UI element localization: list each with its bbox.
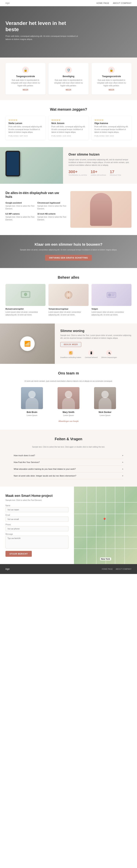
slimme-icons: 📶 Draadloze verbinding maken 📱 Centraal … (60, 350, 132, 358)
navbar: logo HOME PAGE ABOUT COMPANY (0, 0, 137, 6)
contact-submit-button[interactable]: STUUR BERICHT (5, 551, 32, 557)
feature-title-1: Toegangscontrole (9, 75, 42, 78)
beheer-img-3 (92, 284, 132, 306)
beheer-item-2: Temperatuurregelaar Lorem ipsum dolor si… (48, 284, 88, 316)
nav-home[interactable]: HOME PAGE (96, 2, 109, 4)
testimonials-title: Wat mensen zeggen? (5, 107, 132, 112)
slimme-icon-circle-2: 📱 (88, 350, 94, 356)
stat-1: 300+ TEVREDEN KLANTEN (68, 169, 87, 176)
alles-item-text-2: Sample text. Click to select the Text El… (38, 205, 67, 210)
feature-text-2: Duis aute dolor in reprehenderit in volu… (52, 79, 85, 87)
testimonials-section: Wat mensen zeggen? ★★★★★ Stella Larson P… (0, 100, 137, 147)
faq-item-4[interactable]: Nam sit amet odio dolor. Integer iaculis… (14, 472, 123, 479)
contact-text: Sample text. Click to select the Text El… (5, 499, 68, 502)
faq-arrow-2: + (122, 461, 123, 463)
stat-label-1: TEVREDEN KLANTEN (68, 174, 87, 176)
alles-item-text-4: Sample text. Click to select the Text El… (38, 216, 67, 221)
svg-point-2 (24, 293, 27, 296)
feature-more-3[interactable]: MEER (95, 89, 128, 91)
tdate-3: PUBLISHED: DEC 2023 (94, 135, 129, 137)
feature-title-2: Beveiliging (52, 75, 85, 78)
faq-question-4[interactable]: Nam sit amet odio dolor. Integer iaculis… (14, 472, 123, 479)
stat-label-3: PRODUCTEN (110, 174, 121, 176)
footer-links: HOME PAGE ABOUT COMPANY (102, 568, 132, 570)
faq-title: Feiten & Vragen (5, 437, 132, 441)
beheer-item-text-1: Lorem ipsum dolor sit amet, consectetur … (5, 311, 45, 316)
svg-rect-9 (112, 294, 115, 294)
feature-icon-3: 🔒 (108, 67, 115, 73)
stat-2: 10+ JAREN ERVARING (91, 169, 106, 176)
team-photo-3 (94, 387, 116, 409)
testimonial-3: ★★★★★ Olga Ivanova Proin velit dolor, co… (92, 116, 132, 140)
alles-item-2: Chromecast ingebouwd Sample text. Click … (38, 202, 67, 210)
beheer-item-text-2: Lorem ipsum dolor sit amet, consectetur … (48, 311, 88, 316)
nav-logo: logo (5, 2, 10, 4)
faq-item-3[interactable]: What education and/or training do you ha… (14, 466, 123, 472)
stars-1: ★★★★★ (8, 119, 43, 121)
feature-text-1: Duis aute dolor in reprehenderit in volu… (9, 79, 42, 87)
nav-about[interactable]: ABOUT COMPANY (113, 2, 132, 4)
hero-subtitle: Proin velit dolor, consequat adipiscing … (5, 35, 79, 41)
slimme-button[interactable]: BEKIJK MEER (60, 342, 81, 347)
feature-card-2: 🛡️ Beveiliging Duis aute dolor in repreh… (48, 63, 88, 95)
alles-item-title-3: 6,5 MP-camera (5, 213, 35, 215)
footer-about[interactable]: ABOUT COMPANY (116, 568, 132, 570)
faq-q-text-4: Nam sit amet odio dolor. Integer iaculis… (14, 475, 76, 477)
form-email-input[interactable] (5, 517, 68, 522)
faq-question-3[interactable]: What education and/or training do you ha… (14, 466, 123, 472)
form-message-label: Message (5, 533, 68, 535)
team-role-1: Lorem Ipsum (27, 414, 37, 416)
klaar-button[interactable]: ONTVANG EEN GRATIS SCHATTING (45, 255, 92, 261)
feature-more-1[interactable]: MEER (9, 89, 42, 91)
form-name-label: Name (5, 504, 68, 506)
team-grid: Bob Bruin Lorem Ipsum Mary Smith Lorem I… (5, 387, 132, 416)
testimonials-list: ★★★★★ Stella Larson Proin velit dolor, c… (5, 116, 132, 140)
slimme-icon-3: 🔌 Slimme toepassingen (101, 350, 117, 358)
form-name-input[interactable] (5, 507, 68, 512)
klaar-title: Klaar om een slimmer huis te bouwen? (5, 242, 132, 247)
team-member-3: Nick Donker Lorem Ipsum (89, 387, 122, 416)
feature-card-3: 🔒 Toegangscontrole Duis aute dolor in re… (92, 63, 132, 95)
faq-question-1[interactable]: How much does it cost? + (14, 452, 123, 459)
svg-point-4 (66, 293, 71, 297)
smart-homes-image (0, 147, 63, 184)
faq-arrow-3: + (122, 468, 123, 470)
map-label: New York (100, 557, 111, 560)
form-message-input[interactable] (5, 536, 68, 549)
faq-question-2[interactable]: How Fast Are Your Services? + (14, 459, 123, 466)
alles-item-1: Google-assistent Sample text. Click to s… (5, 202, 35, 210)
team-photo-2 (57, 387, 80, 409)
beheer-grid: Buisaircamerapilot Lorem ipsum dolor sit… (5, 284, 132, 316)
footer-home[interactable]: HOME PAGE (102, 568, 113, 570)
svg-point-8 (108, 293, 111, 297)
ttext-3: Proin velit dolor, consequat adipiscing … (94, 125, 129, 133)
beheer-item-text-3: Lorem ipsum dolor sit amet, consectetur … (92, 311, 132, 316)
alles-item-title-1: Google-assistent (5, 202, 35, 204)
alles-grid: Google-assistent Sample text. Click to s… (5, 202, 67, 221)
form-phone-input[interactable] (5, 526, 68, 531)
slimme-icon-1: 📶 Draadloze verbinding maken (60, 350, 81, 358)
beheer-item-title-1: Buisaircamerapilot (5, 308, 45, 310)
beheer-img-2 (48, 284, 88, 306)
footer-logo: logo (5, 568, 10, 570)
map-pin: 📍 (102, 518, 107, 522)
faq-item-1[interactable]: How much does it cost? + (14, 452, 123, 459)
team-footer: Afbeeldingen van freepik (5, 420, 132, 422)
slimme-icon-label-2: Centraal beheerd (85, 356, 98, 358)
woman-image (90, 193, 112, 226)
smart-homes-text: Sample dolor sit amet, consectetur adipi… (68, 158, 132, 166)
feature-more-2[interactable]: MEER (52, 89, 85, 91)
team-role-3: Lorem Ipsum (100, 414, 110, 416)
team-member-2: Mary Smith Lorem Ipsum (52, 387, 85, 416)
stat-3: 17 PRODUCTEN (110, 169, 121, 176)
faq-arrow-1: + (122, 454, 123, 457)
stat-num-1: 300+ (68, 169, 87, 174)
alles-right (70, 191, 132, 228)
faq-q-text-2: How Fast Are Your Services? (14, 461, 40, 463)
footer: logo HOME PAGE ABOUT COMPANY (0, 564, 137, 574)
team-name-1: Bob Bruin (15, 411, 48, 413)
beheer-img-1 (5, 284, 45, 306)
alles-section: De alles-in-één displayhub van uw huis G… (0, 184, 137, 235)
faq-item-2[interactable]: How Fast Are Your Services? + (14, 459, 123, 466)
stars-3: ★★★★★ (94, 119, 129, 121)
